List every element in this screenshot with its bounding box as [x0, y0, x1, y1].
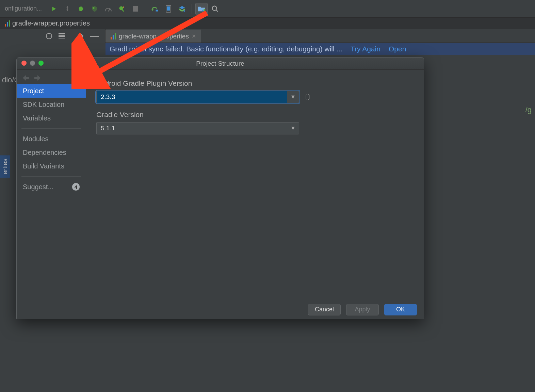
- svg-line-9: [216, 10, 218, 12]
- sidebar-item-variables[interactable]: Variables: [17, 111, 86, 125]
- svg-point-1: [119, 6, 124, 10]
- svg-point-8: [212, 6, 217, 10]
- collapse-split-icon[interactable]: [59, 33, 65, 39]
- expand-collapse-icon[interactable]: ⟮⟯: [304, 93, 311, 101]
- editor-tab-label: gradle-wrapp .properties: [119, 33, 189, 40]
- debug-icon[interactable]: [75, 3, 87, 15]
- gradle-version-input[interactable]: [96, 122, 287, 134]
- svg-rect-7: [204, 9, 205, 11]
- stop-icon[interactable]: [129, 3, 142, 15]
- file-tab-label: gradle-wrapper.properties: [12, 19, 90, 27]
- close-window-icon[interactable]: [21, 61, 27, 66]
- minimize-window-icon[interactable]: [30, 61, 35, 66]
- zoom-window-icon[interactable]: [38, 61, 44, 66]
- forward-icon[interactable]: [34, 75, 40, 81]
- project-structure-dialog: Project Structure Project SDK Location V…: [16, 57, 424, 319]
- plugin-version-combo[interactable]: ▼: [96, 91, 299, 103]
- editor-gutter-text: /g: [525, 105, 532, 114]
- android-attach-icon[interactable]: [116, 3, 128, 15]
- file-tab[interactable]: gradle-wrapper.properties: [5, 19, 90, 27]
- sdk-manager-icon[interactable]: [176, 3, 188, 15]
- main-toolbar: onfiguration...: [0, 0, 535, 18]
- sidebar-item-suggestions[interactable]: Suggest... 4: [17, 180, 86, 194]
- suggestions-badge: 4: [72, 183, 80, 191]
- dialog-sidebar: Project SDK Location Variables Modules D…: [17, 70, 86, 300]
- gradle-version-label: Gradle Version: [96, 111, 414, 119]
- apply-changes-icon[interactable]: [61, 3, 74, 15]
- sidebar-item-modules[interactable]: Modules: [17, 132, 86, 146]
- svg-rect-15: [59, 33, 65, 34]
- dialog-titlebar: Project Structure: [17, 58, 424, 70]
- gradle-version-combo[interactable]: ▼: [96, 122, 299, 134]
- close-icon[interactable]: ✕: [192, 33, 196, 39]
- coverage-icon[interactable]: [88, 3, 101, 15]
- gradle-sync-icon[interactable]: [149, 3, 161, 15]
- svg-line-0: [108, 9, 110, 11]
- profiler-icon[interactable]: [102, 3, 114, 15]
- apply-button[interactable]: Apply: [346, 304, 379, 315]
- gear-icon[interactable]: [77, 33, 84, 39]
- svg-rect-5: [167, 6, 170, 11]
- search-icon[interactable]: [209, 3, 221, 15]
- back-icon[interactable]: [23, 75, 29, 81]
- project-structure-icon[interactable]: [195, 3, 208, 15]
- ok-button[interactable]: OK: [384, 304, 417, 315]
- dialog-content: Android Gradle Plugin Version ▼ ⟮⟯ Gradl…: [86, 70, 424, 300]
- properties-file-icon: [111, 33, 116, 39]
- sync-failed-banner: Gradl roject sync failed. Basic function…: [106, 43, 535, 55]
- svg-rect-6: [202, 10, 204, 11]
- window-controls: [21, 61, 44, 66]
- run-icon[interactable]: [48, 3, 60, 15]
- chevron-down-icon[interactable]: ▼: [287, 91, 299, 103]
- try-again-link[interactable]: Try Again: [351, 45, 380, 53]
- target-icon[interactable]: [46, 33, 52, 39]
- dialog-footer: Cancel Apply OK: [17, 300, 424, 319]
- chevron-down-icon[interactable]: ▼: [287, 122, 299, 134]
- sidebar-nav: [17, 72, 86, 84]
- sidebar-item-project[interactable]: Project: [17, 84, 86, 98]
- svg-rect-17: [59, 38, 65, 39]
- cancel-button[interactable]: Cancel: [308, 304, 341, 315]
- open-link[interactable]: Open: [389, 45, 406, 53]
- svg-rect-16: [59, 35, 65, 37]
- project-panel-toolbar: —: [0, 29, 106, 43]
- editor-tab[interactable]: gradle-wrapp .properties ✕: [106, 30, 201, 43]
- sidebar-item-sdk-location[interactable]: SDK Location: [17, 98, 86, 111]
- vertical-tab-properties[interactable]: erties: [0, 155, 10, 178]
- properties-file-icon: [5, 20, 10, 27]
- open-files-row: gradle-wrapper.properties: [0, 18, 535, 29]
- plugin-version-input[interactable]: [96, 91, 287, 103]
- dialog-title: Project Structure: [196, 60, 244, 67]
- sidebar-item-build-variants[interactable]: Build Variants: [17, 159, 86, 173]
- plugin-version-label: Android Gradle Plugin Version: [96, 79, 414, 87]
- sidebar-item-dependencies[interactable]: Dependencies: [17, 146, 86, 159]
- minimize-icon[interactable]: —: [90, 31, 99, 42]
- avd-manager-icon[interactable]: [162, 3, 175, 15]
- editor-tabs: gradle-wrapp .properties ✕: [106, 29, 535, 43]
- editor-area: gradle-wrapp .properties ✕ Gradl roject …: [106, 29, 535, 55]
- svg-rect-2: [133, 6, 138, 12]
- svg-rect-3: [156, 10, 158, 11]
- banner-message: Gradl roject sync failed. Basic function…: [110, 45, 342, 53]
- run-config-selector[interactable]: onfiguration...: [3, 4, 44, 14]
